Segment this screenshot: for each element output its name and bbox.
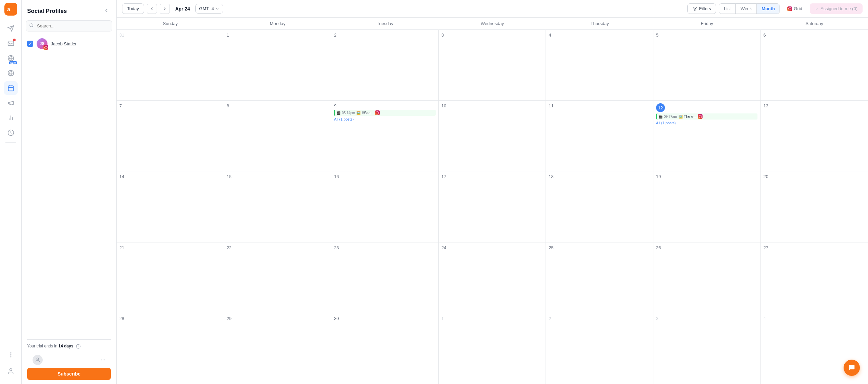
day-number: 10 [441, 103, 543, 108]
calendar-cell[interactable]: 2 [331, 30, 439, 100]
header-monday: Monday [224, 18, 332, 29]
nav-inbox[interactable] [4, 37, 18, 50]
today-button[interactable]: Today [122, 3, 144, 14]
tab-list[interactable]: List [719, 4, 736, 14]
toolbar: Today Apr 24 GMT -4 Filters List Week Mo… [117, 0, 868, 18]
calendar-cell[interactable]: 27 [761, 242, 868, 313]
day-number: 23 [334, 245, 436, 250]
calendar-cell[interactable]: 5 [653, 30, 761, 100]
post-item[interactable]: 🎬05:14pm🖼️#Saa... [334, 110, 436, 116]
app-logo[interactable]: a [4, 3, 17, 16]
calendar-cell[interactable]: 12🎬09:27am🖼️The e...All (1 posts) [653, 101, 761, 171]
calendar-cell[interactable]: 30 [331, 313, 439, 384]
nav-calendar[interactable] [4, 81, 18, 95]
calendar-cell[interactable]: 14 [117, 171, 224, 242]
calendar-cell[interactable]: 28 [117, 313, 224, 384]
assigned-button[interactable]: Assigned to me (0) [810, 3, 863, 14]
image-icon: 🖼️ [356, 111, 360, 115]
header-saturday: Saturday [761, 18, 868, 29]
calendar-cell[interactable]: 3 [439, 30, 546, 100]
day-number: 8 [227, 103, 329, 108]
calendar-cell[interactable]: 22 [224, 242, 332, 313]
nav-chart[interactable] [4, 111, 18, 125]
calendar-cell[interactable]: 29 [224, 313, 332, 384]
date-display: Apr 24 [173, 6, 193, 12]
all-posts-link[interactable]: All (1 posts) [656, 121, 758, 125]
calendar-cell[interactable]: 4 [546, 30, 653, 100]
day-number: 27 [763, 245, 865, 250]
profile-name: Jacob Statler [51, 41, 77, 46]
tab-grid[interactable]: Grid [783, 4, 807, 14]
calendar-cell[interactable]: 8 [224, 101, 332, 171]
calendar-cell[interactable]: 2 [546, 313, 653, 384]
post-text: The e... [684, 114, 696, 119]
calendar-cell[interactable]: 24 [439, 242, 546, 313]
tab-month[interactable]: Month [757, 4, 780, 14]
nav-divider [5, 142, 16, 143]
calendar-cell[interactable]: 25 [546, 242, 653, 313]
day-number: 7 [119, 103, 221, 108]
calendar-cell[interactable]: 9🎬05:14pm🖼️#Saa...All (1 posts) [331, 101, 439, 171]
tab-week[interactable]: Week [736, 4, 757, 14]
inbox-badge [13, 39, 16, 41]
profile-item[interactable]: JS Jacob Statler [22, 36, 116, 52]
calendar-cell[interactable]: 10 [439, 101, 546, 171]
day-number: 2 [334, 33, 436, 38]
calendar-cell[interactable]: 1 [439, 313, 546, 384]
filters-button[interactable]: Filters [687, 3, 716, 14]
calendar-cell[interactable]: 19 [653, 171, 761, 242]
calendar-cell[interactable]: 26 [653, 242, 761, 313]
svg-point-16 [11, 355, 11, 355]
calendar-week-4: 2829301234 [117, 313, 868, 384]
next-button[interactable] [160, 4, 170, 14]
sidebar-collapse-button[interactable] [102, 6, 111, 16]
calendar-cell[interactable]: 31 [117, 30, 224, 100]
nav-globe-new[interactable]: NEW [4, 51, 18, 65]
svg-marker-29 [693, 7, 697, 10]
calendar-cell[interactable]: 20 [761, 171, 868, 242]
calendar-cell[interactable]: 23 [331, 242, 439, 313]
calendar-header: Sunday Monday Tuesday Wednesday Thursday… [117, 18, 868, 30]
day-number: 13 [763, 103, 865, 108]
nav-megaphone[interactable] [4, 96, 18, 110]
profile-checkbox[interactable] [27, 41, 33, 47]
calendar-cell[interactable]: 17 [439, 171, 546, 242]
nav-user[interactable] [4, 364, 18, 378]
grid-instagram-icon [787, 6, 792, 11]
day-number: 26 [656, 245, 758, 250]
calendar-cell[interactable]: 1 [224, 30, 332, 100]
day-number: 16 [334, 174, 436, 179]
calendar-cell[interactable]: 11 [546, 101, 653, 171]
day-number: 1 [441, 316, 543, 321]
day-number: 1 [227, 33, 329, 38]
nav-globe[interactable] [4, 66, 18, 80]
chat-bubble[interactable] [844, 360, 860, 376]
all-posts-link[interactable]: All (1 posts) [334, 117, 436, 121]
nav-more[interactable] [4, 348, 18, 362]
nav-send[interactable] [4, 22, 18, 35]
nav-dashboard[interactable] [4, 126, 18, 140]
post-instagram-icon [698, 114, 703, 119]
calendar-cell[interactable]: 13 [761, 101, 868, 171]
calendar-cell[interactable]: 3 [653, 313, 761, 384]
calendar-cell[interactable]: 16 [331, 171, 439, 242]
svg-point-17 [11, 353, 11, 353]
timezone-selector[interactable]: GMT -4 [195, 4, 223, 14]
post-item[interactable]: 🎬09:27am🖼️The e... [656, 113, 758, 120]
calendar-cell[interactable]: 21 [117, 242, 224, 313]
today-indicator: 12 [656, 103, 665, 112]
subscribe-button[interactable]: Subscribe [27, 368, 111, 380]
user-avatar [33, 355, 43, 365]
calendar-cell[interactable]: 18 [546, 171, 653, 242]
prev-button[interactable] [147, 4, 157, 14]
day-number: 29 [227, 316, 329, 321]
filter-icon [692, 6, 697, 11]
calendar-cell[interactable]: 6 [761, 30, 868, 100]
user-row[interactable] [27, 352, 111, 368]
svg-line-21 [33, 26, 34, 27]
search-box [26, 20, 112, 31]
calendar-cell[interactable]: 15 [224, 171, 332, 242]
calendar-cell[interactable]: 7 [117, 101, 224, 171]
search-input[interactable] [26, 20, 112, 31]
svg-point-19 [9, 369, 12, 371]
